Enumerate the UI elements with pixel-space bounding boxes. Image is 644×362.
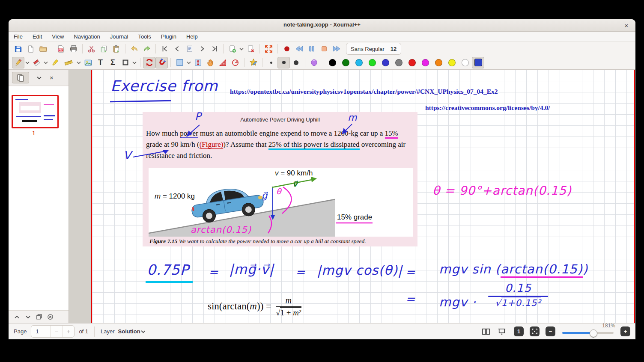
delete-page-sidebar-button[interactable] (45, 312, 56, 322)
forward-button[interactable] (330, 43, 343, 55)
pen-options-chevron[interactable] (24, 57, 30, 68)
dot-product-term: |mg⃗·v⃗| (229, 261, 274, 277)
thickness-medium-button[interactable] (277, 57, 290, 68)
record-audio-button[interactable] (280, 43, 293, 55)
sidebar: × 1 (9, 70, 69, 323)
color-swatch[interactable] (382, 59, 389, 66)
export-pdf-button[interactable]: PDF (55, 43, 67, 55)
sidebar-close-button[interactable]: × (50, 74, 54, 81)
eraser-tool-button[interactable] (30, 57, 43, 68)
zoom-slider-track[interactable] (562, 332, 614, 334)
window-close-button[interactable]: × (622, 21, 631, 30)
rewind-button[interactable] (293, 43, 305, 55)
layer-dropdown-chevron[interactable] (140, 326, 146, 337)
text-tool-button[interactable]: T (94, 57, 107, 68)
previous-page-button[interactable] (171, 43, 183, 55)
color-swatch[interactable] (462, 59, 469, 66)
preview-up-button[interactable] (11, 312, 22, 322)
solution-lhs: 0.75P (147, 261, 189, 278)
zoom-100-button[interactable]: 1 (514, 326, 524, 336)
ruler-options-chevron[interactable] (76, 57, 82, 68)
rotation-snap-button[interactable] (143, 57, 155, 68)
menu-navigation[interactable]: Navigation (74, 33, 100, 40)
redo-button[interactable] (140, 43, 153, 55)
forward-icon (332, 45, 341, 53)
new-page-after-button[interactable] (226, 43, 239, 55)
page-thumbnail[interactable] (12, 95, 59, 128)
eraser-options-chevron[interactable] (43, 57, 49, 68)
color-chooser-button[interactable] (472, 57, 484, 68)
select-options-chevron[interactable] (186, 57, 192, 68)
color-swatch[interactable] (448, 59, 456, 66)
sidebar-dropdown-chevron[interactable] (36, 72, 42, 83)
pen-tool-button[interactable] (12, 57, 24, 68)
highlighter-tool-button[interactable] (49, 57, 61, 68)
zoom-in-button[interactable]: + (620, 326, 630, 336)
zoom-slider-handle[interactable] (590, 329, 597, 337)
cut-button[interactable] (85, 43, 98, 55)
preview-down-button[interactable] (22, 312, 33, 322)
page-decrement-button[interactable]: − (50, 326, 62, 337)
stop-button[interactable] (318, 43, 330, 55)
hand-tool-button[interactable] (204, 57, 217, 68)
color-swatch[interactable] (355, 59, 363, 66)
menu-edit[interactable]: Edit (33, 33, 42, 40)
fill-tool-button[interactable] (308, 57, 320, 68)
layer-selector-value[interactable]: Solution (118, 328, 140, 335)
menu-help[interactable]: Help (186, 33, 198, 40)
color-swatch[interactable] (395, 59, 402, 66)
color-swatch[interactable] (369, 59, 376, 66)
menu-file[interactable]: File (14, 33, 23, 40)
shape-options-chevron[interactable] (131, 57, 137, 68)
chevron-up-icon (15, 315, 19, 319)
insert-image-button[interactable] (82, 57, 94, 68)
vertical-space-button[interactable] (192, 57, 204, 68)
zoom-out-button[interactable]: − (546, 326, 555, 336)
shape-recognizer-button[interactable] (247, 57, 259, 68)
first-page-button[interactable] (158, 43, 171, 55)
last-page-button[interactable] (208, 43, 221, 55)
save-button[interactable] (12, 43, 24, 55)
color-swatch[interactable] (342, 59, 349, 66)
page-number-input[interactable]: 1 (31, 328, 50, 335)
compass-tool-button[interactable] (229, 57, 242, 68)
font-button[interactable]: Sans Regular 12 (346, 43, 401, 55)
thickness-thick-button[interactable] (290, 57, 302, 68)
fullscreen-button[interactable] (262, 43, 275, 55)
shape-tool-button[interactable] (119, 57, 131, 68)
color-swatch[interactable] (329, 59, 336, 66)
delete-page-button[interactable] (244, 43, 257, 55)
presentation-mode-button[interactable] (495, 326, 508, 337)
menu-journal[interactable]: Journal (110, 33, 128, 40)
duplicate-page-button[interactable] (33, 312, 45, 322)
grid-snap-button[interactable] (155, 57, 168, 68)
color-swatch[interactable] (435, 59, 442, 66)
color-swatch[interactable] (422, 59, 429, 66)
undo-button[interactable] (128, 43, 140, 55)
menu-plugin[interactable]: Plugin (161, 33, 176, 40)
sidebar-preview-tab-button[interactable] (12, 72, 29, 83)
paste-button[interactable] (110, 43, 122, 55)
thickness-fine-button[interactable] (265, 57, 277, 68)
menu-view[interactable]: View (52, 33, 64, 40)
last-page-icon (211, 45, 218, 53)
ruler-tool-button[interactable] (61, 57, 76, 68)
pause-button[interactable] (305, 43, 318, 55)
page-increment-button[interactable]: + (62, 326, 74, 337)
color-swatch[interactable] (408, 59, 416, 66)
new-document-button[interactable] (24, 43, 37, 55)
print-button[interactable] (67, 43, 80, 55)
next-page-icon (198, 45, 206, 53)
setsquare-tool-button[interactable] (217, 57, 229, 68)
math-tex-tool-button[interactable]: Σ (107, 57, 119, 68)
zoom-fit-button[interactable] (530, 326, 540, 336)
copy-button[interactable] (98, 43, 110, 55)
goto-page-button[interactable] (183, 43, 196, 55)
menu-tools[interactable]: Tools (138, 33, 151, 40)
next-page-button[interactable] (196, 43, 208, 55)
new-page-dropdown-chevron[interactable] (239, 43, 244, 55)
select-region-button[interactable] (173, 57, 186, 68)
open-button[interactable] (37, 43, 49, 55)
dual-page-view-button[interactable] (480, 326, 492, 337)
mass-label: m = 1200 kg (155, 192, 195, 200)
